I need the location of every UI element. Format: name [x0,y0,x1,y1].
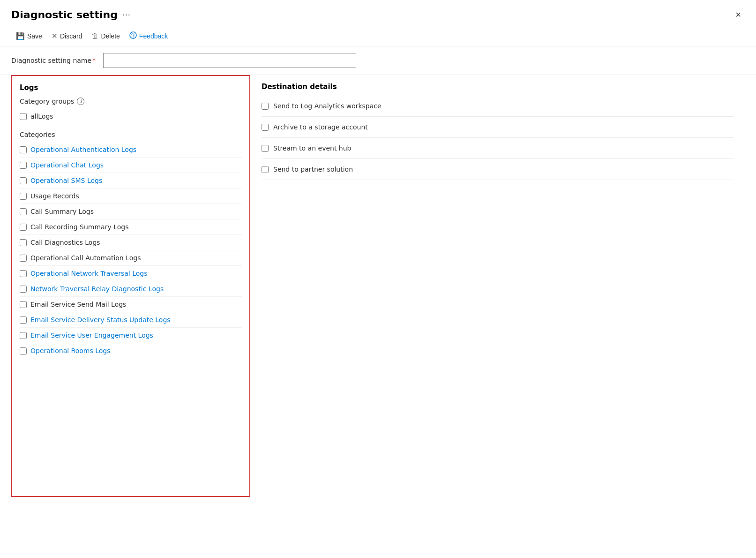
category-row: Operational Chat Logs [20,158,242,173]
destination-row: Send to partner solution [262,159,734,180]
category-checkbox-cat5[interactable] [20,208,27,215]
category-label-cat5: Call Summary Logs [30,208,94,215]
more-options-icon[interactable]: ··· [122,10,130,20]
category-row: Operational Authentication Logs [20,142,242,158]
category-label-cat2: Operational Chat Logs [30,161,104,169]
close-button[interactable]: × [732,8,745,22]
category-checkbox-cat4[interactable] [20,193,27,200]
destination-label-dest1: Send to Log Analytics workspace [273,102,382,110]
category-label-cat14: Operational Rooms Logs [30,347,111,354]
category-row: Call Summary Logs [20,204,242,219]
category-row: Operational Rooms Logs [20,343,242,358]
save-label: Save [27,32,42,40]
category-checkbox-cat1[interactable] [20,146,27,153]
destination-row: Send to Log Analytics workspace [262,98,734,117]
all-logs-label: allLogs [30,113,53,120]
feedback-button[interactable]: Feedback [125,29,172,43]
category-checkbox-cat8[interactable] [20,255,27,262]
category-row: Call Recording Summary Logs [20,219,242,235]
category-row: Usage Records [20,189,242,204]
destinations-list: Send to Log Analytics workspaceArchive t… [262,98,734,180]
category-label-cat11: Email Service Send Mail Logs [30,301,126,308]
category-row: Operational Call Automation Logs [20,250,242,266]
category-groups-label: Category groups [20,98,74,105]
destination-panel: Destination details Send to Log Analytic… [250,75,745,497]
logs-panel: Logs Category groups i allLogs Categorie… [11,75,250,497]
destination-checkbox-dest3[interactable] [262,145,269,152]
category-label-cat10: Network Traversal Relay Diagnostic Logs [30,285,164,293]
category-checkbox-cat6[interactable] [20,224,27,231]
destination-checkbox-dest2[interactable] [262,124,269,131]
save-button[interactable]: 💾 Save [11,29,47,43]
category-groups-header: Category groups i [20,98,242,105]
setting-name-label: Diagnostic setting name* [11,57,96,64]
setting-name-input[interactable] [103,53,356,68]
category-row: Email Service User Engagement Logs [20,328,242,343]
discard-label: Discard [60,32,82,40]
svg-point-1 [133,37,133,38]
logs-section-title: Logs [20,83,242,92]
category-checkbox-cat12[interactable] [20,317,27,324]
category-label-cat3: Operational SMS Logs [30,177,102,184]
page-title: Diagnostic setting [11,9,118,21]
category-checkbox-cat13[interactable] [20,332,27,339]
category-label-cat7: Call Diagnostics Logs [30,239,100,246]
category-label-cat1: Operational Authentication Logs [30,146,136,153]
category-row: Email Service Send Mail Logs [20,297,242,312]
setting-name-row: Diagnostic setting name* [0,46,756,75]
required-indicator: * [92,57,96,64]
destination-label-dest3: Stream to an event hub [273,144,351,152]
category-checkbox-cat11[interactable] [20,301,27,308]
category-checkbox-cat14[interactable] [20,347,27,354]
category-row: Operational SMS Logs [20,173,242,189]
category-label-cat13: Email Service User Engagement Logs [30,332,153,339]
all-logs-checkbox-row: allLogs [20,113,242,120]
discard-icon: ✕ [52,32,58,40]
delete-icon: 🗑 [91,32,98,40]
category-checkbox-cat2[interactable] [20,162,27,169]
destination-checkbox-dest4[interactable] [262,166,269,173]
destination-checkbox-dest1[interactable] [262,103,269,110]
toolbar: 💾 Save ✕ Discard 🗑 Delete Feedback [0,26,756,46]
categories-list: Operational Authentication LogsOperation… [20,142,242,358]
category-groups-info-icon[interactable]: i [77,98,84,105]
save-icon: 💾 [16,32,25,40]
title-bar: Diagnostic setting ··· × [0,0,756,26]
all-logs-checkbox[interactable] [20,113,27,120]
destination-label-dest2: Archive to a storage account [273,123,368,131]
all-logs-row: allLogs [20,110,242,125]
categories-label: Categories [20,131,242,138]
destination-row: Archive to a storage account [262,117,734,138]
destination-label-dest4: Send to partner solution [273,166,353,173]
destination-row: Stream to an event hub [262,138,734,159]
category-checkbox-cat3[interactable] [20,177,27,184]
category-checkbox-cat10[interactable] [20,286,27,293]
title-bar-left: Diagnostic setting ··· [11,9,130,21]
category-label-cat4: Usage Records [30,192,79,200]
discard-button[interactable]: ✕ Discard [47,29,87,43]
category-row: Email Service Delivery Status Update Log… [20,312,242,328]
category-label-cat12: Email Service Delivery Status Update Log… [30,316,171,324]
category-label-cat8: Operational Call Automation Logs [30,254,141,262]
main-content: Logs Category groups i allLogs Categorie… [0,75,756,497]
category-checkbox-cat9[interactable] [20,270,27,277]
feedback-label: Feedback [139,32,168,40]
category-label-cat9: Operational Network Traversal Logs [30,270,148,277]
feedback-icon [129,31,137,40]
delete-button[interactable]: 🗑 Delete [87,29,124,43]
category-label-cat6: Call Recording Summary Logs [30,223,128,231]
category-row: Operational Network Traversal Logs [20,266,242,281]
category-row: Network Traversal Relay Diagnostic Logs [20,281,242,297]
delete-label: Delete [101,32,120,40]
category-row: Call Diagnostics Logs [20,235,242,250]
destination-section-title: Destination details [262,83,734,91]
category-checkbox-cat7[interactable] [20,239,27,246]
